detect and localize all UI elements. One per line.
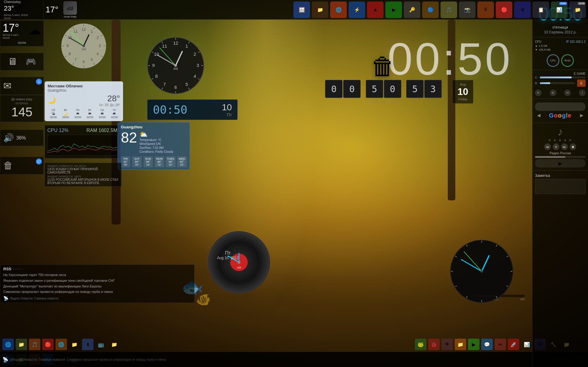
news-item-1[interactable]: 13/15 КОШКИ СЛУЖАТ ПРИЧИНОЙ САМОУБИЙСТВ <box>47 168 119 174</box>
tb1-red[interactable]: 🔴 <box>42 339 54 350</box>
top-app-2[interactable]: 📁 <box>312 2 328 18</box>
top-app-4[interactable]: ⚡ <box>349 2 365 18</box>
small-digital-time: 00:50 <box>153 103 187 116</box>
gz-weather-icon: 🌙 <box>48 96 56 104</box>
top-app-8[interactable]: 🔵 <box>422 2 439 18</box>
small-digital-day-name: Пт <box>222 112 232 117</box>
news-item-2[interactable]: 11/15 РОССИЙСКИЙ АВТОРЫНОК В ИЮЛЕ СТАЛ В… <box>47 178 119 185</box>
mem1-val: 1.9 GB <box>539 44 547 47</box>
gz-detail-widget: Guangzhou 82 ⛅ Temperature: °C WindSpeed… <box>118 122 190 170</box>
top-app-6[interactable]: ▶ <box>385 2 402 18</box>
drive-d-fill <box>540 82 550 84</box>
game-btn-g[interactable]: G <box>550 89 556 96</box>
rss-item-0[interactable]: На Херсонщине горит 700 гектаров леса <box>3 272 191 278</box>
rss-footer: 📡 Яндекс.Новости: Главные новости <box>3 296 191 301</box>
tb1-music[interactable]: 🎵 <box>29 339 40 350</box>
tb1-paint[interactable]: ✏ <box>495 339 506 350</box>
rss-item-1[interactable]: Янукович подписал закон о ратификации зо… <box>3 278 191 284</box>
music-stop-btn[interactable]: ⏹ <box>570 143 576 150</box>
right-date-display: 10 Серпень 2012 р. <box>534 30 586 34</box>
music-pause-btn[interactable]: ⏸ <box>553 143 559 150</box>
trashcan-widget[interactable]: 🗑 <box>371 53 395 80</box>
top-app-5[interactable]: ▲ <box>367 2 384 18</box>
music-prev-btn[interactable]: ⏮ <box>544 143 551 150</box>
fish2-decoration: 🐠 <box>196 293 211 307</box>
gz-day-0: Сб 🌤 32/26 <box>48 108 59 119</box>
gz-day-1-temps: 33/26 <box>60 116 71 119</box>
tb1-skype[interactable]: 💬 <box>481 339 493 350</box>
music-section: ♪ ★ ★ ★ ★ ★ ⏮ ⏸ ⏭ ⏹ Радио России ▶ <box>533 124 588 169</box>
game-btn-h[interactable]: H <box>564 89 571 96</box>
gamepad-icon: 🎮 <box>26 57 36 67</box>
mail-widget[interactable]: ✉ 1 <box>0 77 44 95</box>
tb1-ladybug[interactable]: 🐞 <box>428 339 440 350</box>
vinyl-weekday: Пт <box>217 250 239 256</box>
gz-d-1: SAT90°75° <box>132 156 141 167</box>
monitor-gamepad-widget: 🖥 🎮 <box>0 53 44 71</box>
gz-day-1: Вс 🌙 33/26 <box>60 108 71 119</box>
gz-detail-days: FRI92°75° SAT90°75° SUN88°74° MON89°73° … <box>121 156 187 167</box>
cpuram-cpu-label: CPU 12% <box>47 128 68 133</box>
trash-badge: 17 <box>36 158 42 165</box>
gz-d-5: WED92°74° <box>177 156 187 167</box>
top-app-badge1[interactable]: 📊 566Б <box>551 2 567 18</box>
cpu-graph-svg <box>48 135 117 155</box>
game-btn-i[interactable]: I <box>579 89 586 96</box>
tb1-ftp[interactable]: 📁 <box>455 339 466 350</box>
gz-day-3: Вт 🌧 32/26 <box>84 108 96 119</box>
top-app-10[interactable]: 📸 <box>459 2 476 18</box>
volume-bar-music <box>535 156 586 158</box>
google-prev-btn[interactable]: ◄ <box>536 112 542 119</box>
note-textarea[interactable] <box>535 179 586 194</box>
gz-detail-info: ⛅ Temperature: °C WindSpeed:1/N SunRise:… <box>139 130 173 154</box>
top-app-13[interactable]: 🖥 <box>514 2 531 18</box>
gz-detail-sunrise: SunRise: 7:02 AM <box>139 146 173 149</box>
top-app-7[interactable]: 🔑 <box>404 2 420 18</box>
tb1-red2[interactable]: 🚀 <box>508 339 519 350</box>
top-app-12[interactable]: 🔴 <box>496 2 512 18</box>
death-rally-app[interactable]: 🏎 Death Rally <box>60 1 80 19</box>
tb1-folder2[interactable]: 📁 <box>109 339 120 350</box>
tb1-explorer[interactable]: 📁 <box>16 339 27 350</box>
ip-display: IP 192.168.1.2 <box>566 40 586 43</box>
music-play-btn[interactable]: ▶ <box>535 159 586 168</box>
tb1-utorrent[interactable]: ⬇ <box>82 339 93 350</box>
trash-widget[interactable]: 🗑 17 <box>0 157 44 174</box>
tb1-folder[interactable]: 📁 <box>69 339 80 350</box>
top-app-3[interactable]: 🌐 <box>330 2 347 18</box>
condition-display: гроза <box>4 17 41 20</box>
tb1-ie[interactable]: 🌐 <box>2 339 14 350</box>
mail-inner: ✉ 1 <box>3 80 40 92</box>
rss-source-label: Яндекс.Новости: Главные новости <box>10 297 58 300</box>
gz-day-5-icon: 🌧 <box>109 111 120 116</box>
tb1-media[interactable]: ▶ <box>468 339 479 350</box>
gz-day-1-label: Вс <box>60 108 71 111</box>
tb1-eye[interactable]: 👁 <box>441 339 453 350</box>
flip-date-widget: Aug 10 Friday <box>452 80 473 104</box>
gz-day-5-temps: 32/26 <box>109 116 120 119</box>
tb1-chrome[interactable]: 🌐 <box>55 339 67 350</box>
gz-detail-conditions: Conditions: Partly Cloudy <box>139 150 173 153</box>
top-app-1[interactable]: 🪟 <box>293 2 310 18</box>
tb1-frog[interactable]: 🐸 <box>415 339 426 350</box>
ch-temp-big: 17° <box>3 23 27 33</box>
rss-item-3[interactable]: Симоненко предлагает провести референдум… <box>3 289 191 295</box>
divider-1 <box>533 37 588 37</box>
top-app-11[interactable]: 🎙 <box>477 2 494 18</box>
e-drive-icon[interactable]: E <box>577 80 586 87</box>
gz-day-5: Чт 🌧 32/26 <box>109 108 120 119</box>
small-digital-day-num: 10 <box>222 102 232 112</box>
top-app-9[interactable]: 🎵 <box>441 2 457 18</box>
flip-h2: 0 <box>343 80 361 98</box>
top-app-14[interactable]: 📋 <box>533 2 549 18</box>
game-btn-f[interactable]: F <box>535 89 542 96</box>
tb1-chart[interactable]: 📊 <box>521 339 533 350</box>
tb1-video[interactable]: 📺 <box>95 339 107 350</box>
divider-4 <box>533 123 588 123</box>
gz-day-5-label: Чт <box>109 108 120 111</box>
rss-item-2[interactable]: Донецкий "Металлург" вылетает из квалифи… <box>3 284 191 289</box>
google-next-btn[interactable]: ► <box>579 112 584 119</box>
music-next-btn[interactable]: ⏭ <box>561 143 568 150</box>
top-app-badge2[interactable]: 📁 317Б <box>569 2 586 18</box>
chernovtsy-widget: 17° Ветер 5 км/ч, WSW ☁ гроза <box>0 20 44 46</box>
